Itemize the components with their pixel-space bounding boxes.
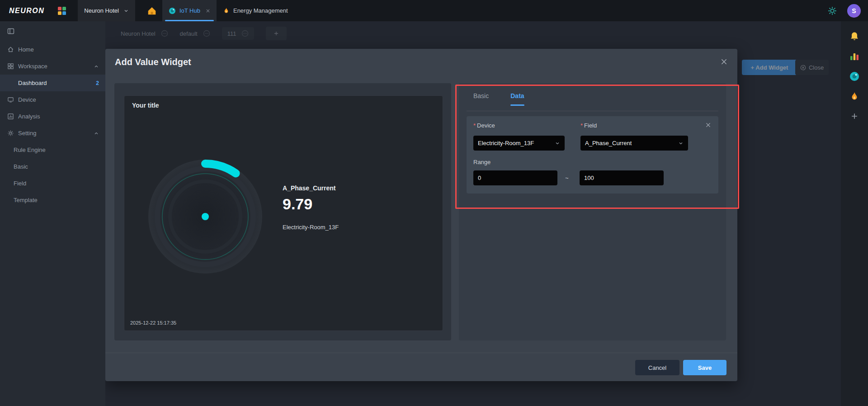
metric-value: 9.79 — [283, 195, 339, 213]
collapse-panel-icon — [7, 28, 14, 35]
range-separator: ~ — [565, 175, 569, 181]
sidebar-item-field[interactable]: Field — [0, 175, 105, 192]
app-energy-button[interactable] — [844, 86, 864, 106]
sidebar-item-workspace[interactable]: Workspace — [0, 58, 105, 75]
required-mark: * — [473, 122, 476, 129]
range-max-input[interactable] — [580, 170, 664, 185]
sidebar-item-template[interactable]: Template — [0, 192, 105, 208]
tab-energy-management[interactable]: Energy Management — [217, 0, 294, 21]
color-bars-icon — [849, 51, 860, 62]
flame-icon — [223, 7, 230, 14]
sidebar-collapse-button[interactable] — [0, 21, 105, 41]
data-source-form: *Device *Field Electricity-Room_13F A_Ph… — [467, 116, 718, 194]
sidebar-item-analysis[interactable]: Analysis — [0, 108, 105, 125]
notifications-button[interactable] — [844, 27, 864, 47]
tabs-divider — [467, 111, 718, 111]
close-tab-icon[interactable] — [206, 9, 210, 13]
settings-gear-icon[interactable] — [827, 6, 837, 16]
chevron-up-icon — [94, 131, 99, 136]
field-select[interactable]: A_Phase_Current — [580, 136, 688, 151]
widget-timestamp: 2025-12-22 15:17:35 — [130, 320, 176, 326]
iot-hub-app-icon — [849, 71, 860, 82]
sidebar-item-label: Field — [14, 180, 99, 187]
home-tab[interactable] — [142, 0, 162, 21]
tab-iot-hub-label: IoT Hub — [179, 7, 200, 14]
field-label: *Field — [580, 122, 597, 129]
modal-close-icon[interactable] — [721, 58, 727, 67]
topbar: NEURON Neuron Hotel IoT Hub Energy M — [0, 0, 868, 21]
analysis-chart-icon — [7, 113, 14, 120]
device-select-value: Electricity-Room_13F — [478, 140, 555, 146]
sidebar-item-label: Rule Engine — [14, 146, 99, 153]
plus-icon — [850, 112, 859, 121]
chevron-down-icon — [678, 141, 684, 146]
gauge-chart — [146, 158, 264, 275]
tab-data[interactable]: Data — [510, 92, 524, 106]
sidebar-item-basic[interactable]: Basic — [0, 158, 105, 175]
sidebar-item-label: Setting — [18, 130, 90, 137]
app-logo-icon[interactable] — [56, 5, 68, 17]
add-app-button[interactable] — [844, 106, 864, 126]
range-min-input[interactable] — [473, 170, 557, 185]
sidebar-item-label: Dashboard — [7, 80, 92, 86]
metric-block: A_Phase_Current 9.79 Electricity-Room_13… — [283, 184, 339, 231]
sidebar-item-label: Template — [14, 197, 99, 203]
widget-preview-panel: Your title — [114, 83, 451, 340]
range-label: Range — [473, 159, 491, 165]
sidebar-item-label: Analysis — [18, 113, 99, 120]
widget-card-title: Your title — [132, 102, 159, 109]
sidebar-item-setting[interactable]: Setting — [0, 125, 105, 142]
device-label: *Device — [473, 122, 495, 129]
sidebar-item-label: Home — [18, 46, 99, 53]
workspace-selector[interactable]: Neuron Hotel — [78, 0, 135, 21]
gauge-center-dot — [202, 213, 209, 220]
tab-iot-hub[interactable]: IoT Hub — [162, 0, 217, 21]
widget-preview-card: Your title — [124, 95, 443, 331]
bell-icon — [849, 31, 860, 42]
iot-hub-icon — [169, 7, 176, 14]
device-icon — [7, 96, 14, 103]
app-analytics-button[interactable] — [844, 47, 864, 66]
topbar-right: S — [827, 4, 861, 18]
metric-name: A_Phase_Current — [283, 184, 339, 192]
workspace-grid-icon — [7, 63, 14, 70]
app-logo-glyph — [57, 6, 67, 16]
tab-energy-management-label: Energy Management — [233, 7, 288, 14]
sidebar-item-label: Basic — [14, 163, 99, 170]
save-button[interactable]: Save — [683, 360, 726, 375]
right-sidebar — [841, 21, 868, 406]
setting-gear-icon — [7, 130, 14, 137]
dashboard-count-badge: 2 — [96, 80, 99, 86]
chevron-down-icon — [555, 141, 560, 146]
sidebar-item-home[interactable]: Home — [0, 41, 105, 58]
chevron-up-icon — [94, 64, 99, 69]
main-content: Neuron Hotel default 111 + Add Widget Cl… — [105, 21, 841, 406]
metric-device-name: Electricity-Room_13F — [283, 224, 339, 231]
brand-logo: NEURON — [9, 7, 44, 15]
left-sidebar: Home Workspace Dashboard 2 Device Analys… — [0, 21, 105, 406]
widget-config-panel: Basic Data *Device *Field Electricity-Ro… — [459, 83, 726, 340]
workspace-selector-label: Neuron Hotel — [84, 7, 119, 14]
sidebar-item-device[interactable]: Device — [0, 91, 105, 108]
home-outline-icon — [7, 46, 14, 53]
avatar[interactable]: S — [847, 4, 861, 18]
device-select[interactable]: Electricity-Room_13F — [473, 136, 565, 151]
sidebar-item-label: Workspace — [18, 63, 90, 70]
app-iot-hub-button[interactable] — [844, 66, 864, 86]
config-tabs: Basic Data — [473, 92, 524, 106]
tab-basic[interactable]: Basic — [473, 92, 489, 106]
footer-divider — [105, 353, 737, 353]
required-mark: * — [580, 122, 583, 129]
cancel-button[interactable]: Cancel — [635, 360, 679, 375]
flame-app-icon — [849, 91, 859, 101]
home-icon — [147, 6, 157, 16]
add-value-widget-modal: Add Value Widget Your title — [105, 49, 737, 381]
sidebar-item-label: Device — [18, 96, 99, 103]
sidebar-item-dashboard[interactable]: Dashboard 2 — [0, 75, 105, 91]
field-select-value: A_Phase_Current — [585, 140, 678, 146]
sidebar-item-rule-engine[interactable]: Rule Engine — [0, 142, 105, 158]
modal-title: Add Value Widget — [115, 57, 191, 67]
chevron-down-icon — [123, 8, 129, 14]
remove-data-source-icon[interactable] — [705, 122, 711, 130]
